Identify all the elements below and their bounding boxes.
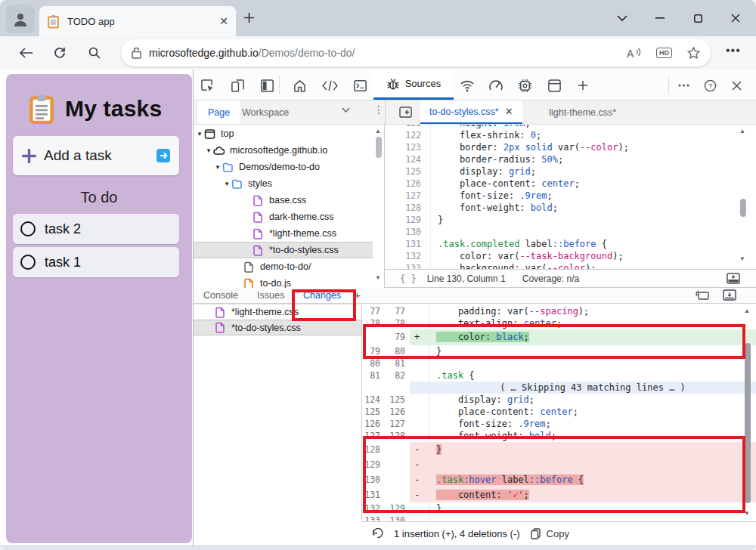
editor-line: 129} — [385, 214, 756, 226]
tree-item-base-css[interactable]: base.css — [194, 192, 384, 209]
performance-icon[interactable] — [488, 77, 504, 94]
scroll-down-icon[interactable]: ▼ — [739, 255, 745, 262]
expander-icon[interactable]: ▾ — [195, 130, 204, 138]
copy-button[interactable]: Copy — [531, 528, 569, 539]
tree-item--light-theme-css[interactable]: *light-theme.css — [194, 225, 384, 242]
revert-icon[interactable] — [371, 528, 383, 539]
add-drawer-tab-icon[interactable]: + — [354, 289, 361, 301]
dock-drawer-icon[interactable] — [723, 289, 736, 301]
plus-icon — [243, 12, 255, 23]
profile-avatar[interactable] — [6, 5, 35, 33]
tree-item-dark-theme-css[interactable]: dark-theme.css — [194, 209, 384, 225]
toggle-drawer-icon[interactable] — [727, 273, 740, 284]
minimize-button[interactable] — [649, 9, 671, 27]
plus-icon — [22, 149, 36, 163]
diff-row-ctx: 126127 font-size: .9rem; — [362, 418, 756, 430]
changed-file--light-theme-css[interactable]: *light-theme.css — [194, 304, 361, 320]
task-checkbox[interactable] — [20, 255, 36, 270]
scrollbar-thumb[interactable] — [376, 137, 382, 158]
browser-tab[interactable]: TODO app ✕ — [39, 6, 236, 36]
dock-side-icon[interactable] — [259, 77, 275, 94]
task-row[interactable]: task 2 — [13, 214, 179, 244]
revert-all-changes-icon[interactable] — [695, 289, 710, 301]
refresh-button[interactable] — [50, 45, 70, 61]
device-emulation-icon[interactable] — [229, 77, 246, 94]
task-row[interactable]: task 1 — [13, 247, 179, 277]
tree-item-top[interactable]: ▾top — [194, 125, 384, 142]
diff-row-add: 79+ color: black; — [362, 329, 756, 345]
add-task-input[interactable]: Add a task — [13, 136, 179, 175]
expander-icon[interactable]: ▾ — [204, 147, 213, 154]
scroll-up-icon[interactable]: ▲ — [744, 307, 750, 314]
file-tab-to-do-styles-css-[interactable]: to-do-styles.css*✕ — [420, 100, 522, 124]
scroll-down-icon[interactable]: ▼ — [375, 274, 381, 281]
tree-item--to-do-styles-css[interactable]: *to-do-styles.css — [194, 242, 384, 258]
url-bar[interactable]: microsoftedge.github.io/Demos/demo-to-do… — [121, 39, 711, 66]
back-button[interactable] — [17, 45, 36, 61]
diff-summary: 1 insertion (+), 4 deletions (-) — [394, 528, 520, 539]
editor-status-bar: { } Line 130, Column 1 Coverage: n/a — [385, 269, 756, 288]
scrollbar-thumb[interactable] — [740, 199, 746, 217]
application-icon[interactable] — [546, 77, 562, 94]
drawer-tab-changes[interactable]: Changes — [303, 288, 341, 303]
drawer-tab-issues[interactable]: Issues — [257, 288, 284, 303]
welcome-home-icon[interactable] — [291, 77, 308, 94]
chevron-down-icon[interactable] — [342, 107, 350, 113]
tab-sources[interactable]: Sources — [373, 70, 454, 100]
tab-workspace[interactable]: Workspace — [242, 100, 289, 124]
css-file-icon — [253, 195, 264, 206]
add-task-submit-button[interactable] — [156, 149, 170, 162]
code-editor[interactable]: 121 height: 1rem;122 flex-shrink: 0;123 … — [385, 125, 756, 269]
editor-scrollbar[interactable]: ▲ ▼ — [737, 125, 749, 269]
devtools-close-icon[interactable] — [728, 77, 745, 94]
inspect-icon[interactable] — [199, 77, 215, 94]
expander-icon[interactable]: ▾ — [222, 180, 231, 187]
elements-icon[interactable] — [321, 77, 338, 94]
favorites-star-icon[interactable] — [687, 47, 700, 59]
pretty-print-icon[interactable]: { } — [400, 273, 417, 284]
tree-scrollbar[interactable]: ▲ ▼ — [373, 125, 385, 288]
navigator-menu-icon[interactable]: ⋮ — [373, 104, 384, 116]
file-tab-light-theme-css-[interactable]: light-theme.css* — [540, 100, 625, 124]
network-icon[interactable] — [459, 77, 476, 94]
tree-item-label: *light-theme.css — [269, 228, 336, 239]
editor-line: 124 border-radius: 50%; — [385, 153, 756, 165]
search-button[interactable] — [85, 45, 104, 61]
tree-item-styles[interactable]: ▾styles — [194, 175, 384, 192]
diff-marker: - — [414, 442, 420, 457]
hd-badge[interactable]: HD — [656, 48, 672, 58]
more-tabs-plus-icon[interactable] — [575, 77, 591, 94]
tab-page[interactable]: Page — [198, 100, 240, 124]
new-tab-button[interactable] — [243, 12, 255, 23]
line-number: 132 — [385, 250, 421, 262]
tree-item-to-do-js[interactable]: to-do.js — [194, 275, 384, 288]
tree-item-Demos-demo-to-do[interactable]: ▾Demos/demo-to-do — [194, 159, 384, 175]
scrollbar-thumb[interactable] — [745, 343, 751, 503]
memory-icon[interactable] — [516, 77, 533, 94]
tree-item-demo-to-do-[interactable]: demo-to-do/ — [194, 258, 384, 275]
tree-item-microsoftedge-github-io[interactable]: ▾microsoftedge.github.io — [194, 142, 384, 159]
console-icon[interactable] — [352, 77, 368, 94]
todo-section-title: To do — [6, 189, 192, 206]
tree-item-label: demo-to-do/ — [260, 261, 311, 272]
changed-file--to-do-styles-css[interactable]: *to-do-styles.css — [194, 320, 361, 335]
maximize-button[interactable] — [686, 9, 709, 27]
close-tab-icon[interactable]: ✕ — [505, 106, 513, 117]
scroll-down-icon[interactable]: ▼ — [744, 510, 750, 517]
diff-scrollbar[interactable]: ▲ ▼ — [742, 304, 754, 521]
task-checkbox[interactable] — [20, 221, 36, 236]
close-window-button[interactable] — [724, 9, 747, 27]
collapse-sidebar-icon[interactable] — [396, 104, 414, 120]
tab-close-icon[interactable]: ✕ — [219, 16, 228, 26]
read-aloud-icon[interactable]: A — [627, 48, 641, 59]
tab-actions-chevron[interactable] — [611, 9, 634, 27]
devtools-more-icon[interactable] — [675, 77, 692, 94]
devtools-help-icon[interactable]: ? — [702, 77, 718, 94]
drawer-tab-console[interactable]: Console — [203, 288, 238, 303]
todo-header: My tasks — [29, 94, 162, 124]
expander-icon[interactable]: ▾ — [213, 163, 222, 171]
scroll-up-icon[interactable]: ▲ — [375, 128, 381, 134]
browser-settings-menu[interactable]: ••• — [726, 44, 741, 57]
scroll-up-icon[interactable]: ▲ — [739, 128, 745, 134]
task-label: task 2 — [45, 221, 81, 237]
